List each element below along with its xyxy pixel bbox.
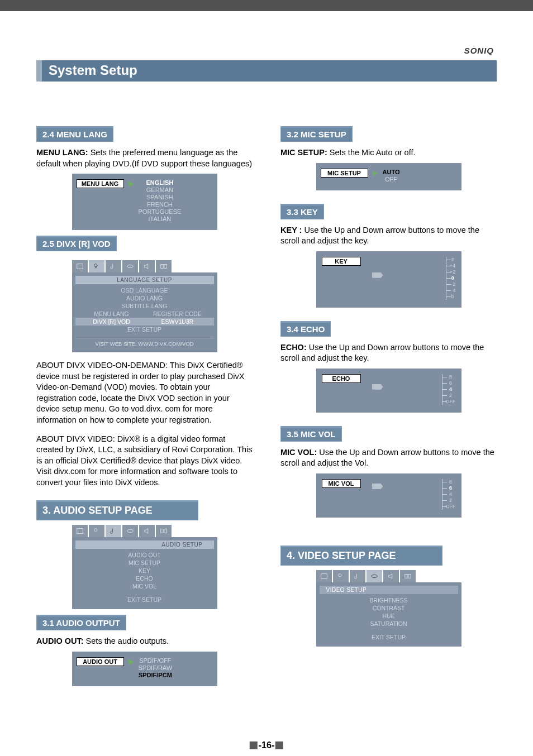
video-banner: VIDEO SETUP <box>320 586 458 594</box>
scale-v: 2 <box>446 497 456 504</box>
opt-auto: AUTO <box>383 169 400 175</box>
row-contrast: CONTRAST <box>323 605 455 611</box>
svg-rect-4 <box>164 265 166 269</box>
svg-rect-13 <box>404 574 407 578</box>
pointer-icon <box>372 272 383 278</box>
svg-rect-14 <box>408 574 410 578</box>
row-brightness: BRIGHTNESS <box>323 597 455 604</box>
tab-speaker-icon <box>139 260 155 272</box>
key-osd: KEY # +4 +2 0 - 2 - 4 b <box>316 251 461 308</box>
opt-portuguese: PORTUGUESE <box>139 208 182 215</box>
tab-icons <box>72 260 217 272</box>
svg-rect-5 <box>77 529 83 534</box>
pointer-icon <box>372 384 383 390</box>
scale-v: OFF <box>446 504 456 510</box>
svg-rect-0 <box>77 264 83 269</box>
pointer-icon <box>372 484 383 489</box>
micvol-lead: MIC VOL: <box>280 448 317 457</box>
arrow-right-icon: ▶ <box>129 179 134 188</box>
opt-off: OFF <box>383 176 400 183</box>
menu-lang-osd: MENU LANG ▶ ENGLISH GERMAN SPANISH FRENC… <box>72 174 217 230</box>
row-audio-lang: AUDIO LANG <box>79 295 211 302</box>
echo-label: ECHO <box>322 374 361 383</box>
section-3-4-head: 3.4 ECHO <box>280 321 331 337</box>
section-3-3-text: KEY : Use the Up and Down arrow buttons … <box>280 225 497 247</box>
opt-french: FRENCH <box>139 201 182 208</box>
tab-general-icon <box>72 525 88 537</box>
opt-spanish: SPANISH <box>139 194 182 200</box>
divx-footer: VISIT WEB SITE: WWW.DIVX.COM/VOD <box>75 338 214 347</box>
section-2-4-lead: MENU LANG: <box>36 148 88 157</box>
micvol-label: MIC VOL <box>322 479 361 488</box>
opt-german: GERMAN <box>139 186 182 193</box>
svg-point-6 <box>94 529 97 532</box>
svg-point-11 <box>338 574 341 577</box>
page-num-decor-left <box>250 741 258 749</box>
mic-setup-osd: MIC SETUP ▶ AUTO OFF <box>316 163 461 190</box>
divx-menu-box: LANGUAGE SETUP OSD LANGUAGE AUDIO LANG S… <box>72 272 217 352</box>
key-scale: # +4 +2 0 - 2 - 4 b <box>446 257 456 300</box>
mic-setup-options: AUTO OFF <box>383 169 400 183</box>
tab-video-icon <box>367 570 382 582</box>
svg-rect-8 <box>160 529 163 533</box>
menu-lang-options: ENGLISH GERMAN SPANISH FRENCH PORTUGUESE… <box>139 179 182 222</box>
tab-general-icon <box>72 260 88 272</box>
tab-general-icon <box>316 570 332 582</box>
tab-dolby-icon <box>156 525 172 537</box>
key-body: Use the Up and Down arrow buttons to mov… <box>280 226 479 246</box>
page-number-text: -16- <box>259 740 274 750</box>
svg-rect-10 <box>321 574 327 579</box>
audio-tab-icons <box>72 525 217 537</box>
tab-speaker-icon <box>139 525 155 537</box>
row-exit-setup-2: EXIT SETUP <box>79 596 211 603</box>
svg-point-1 <box>94 264 97 267</box>
opt-italian: ITALIAN <box>139 216 182 222</box>
key-label: KEY <box>322 257 361 266</box>
section-2-5-head: 2.5 DIVX [R] VOD <box>36 236 117 251</box>
section-3-1-text: AUDIO OUT: Sets the audio outputs. <box>36 636 253 647</box>
divx-video-para: ABOUT DIVX VIDEO: DivX® is a digital vid… <box>36 434 253 489</box>
right-column: 3.2 MIC SETUP MIC SETUP: Sets the Mic Au… <box>280 121 497 686</box>
key-lead: KEY : <box>280 226 302 235</box>
svg-point-12 <box>371 575 377 577</box>
row-divx-vod: DIVX [R] VOD <box>79 318 145 325</box>
tab-language-icon <box>333 570 349 582</box>
scale-v: 2 <box>446 393 456 399</box>
tab-audio-icon <box>106 260 121 272</box>
echo-lead: ECHO: <box>280 343 307 352</box>
row-osd-lang: OSD LANGUAGE <box>79 287 211 294</box>
tab-language-icon <box>89 525 104 537</box>
echo-osd: ECHO 8 6 4 2 OFF <box>316 369 461 413</box>
svg-rect-9 <box>164 529 166 533</box>
opt-spdif-pcm: SPDIF/PCM <box>139 672 173 678</box>
arrow-right-icon: ▶ <box>129 657 134 666</box>
scale-v-cur: 4 <box>446 386 456 393</box>
mic-setup-label: MIC SETUP <box>321 169 368 178</box>
section-3-head: 3. AUDIO SETUP PAGE <box>36 500 198 520</box>
row-code-value: ESWV1U3R <box>145 318 211 325</box>
tab-video-icon <box>122 525 138 537</box>
section-3-1-head: 3.1 AUDIO OUTPUT <box>36 615 126 630</box>
row-exit-setup: EXIT SETUP <box>79 326 211 333</box>
audio-out-options: SPDIF/OFF SPDIF/RAW SPDIF/PCM <box>139 657 173 678</box>
section-3-5-text: MIC VOL: Use the Up and Down arrow butto… <box>280 447 497 469</box>
left-column: 2.4 MENU LANG MENU LANG: Sets the prefer… <box>36 121 253 686</box>
opt-spdif-raw: SPDIF/RAW <box>139 664 173 671</box>
row-hue: HUE <box>323 613 455 619</box>
video-menu-box: VIDEO SETUP BRIGHTNESS CONTRAST HUE SATU… <box>316 582 461 647</box>
content-columns: 2.4 MENU LANG MENU LANG: Sets the prefer… <box>36 121 497 686</box>
page-number: -16- <box>250 740 283 750</box>
tab-audio-icon <box>106 525 121 537</box>
row-mic-vol: MIC VOL <box>79 583 211 590</box>
section-3-3-head: 3.3 KEY <box>280 204 324 219</box>
opt-spdif-off: SPDIF/OFF <box>139 657 173 664</box>
micvol-scale: 8 6 4 2 OFF <box>442 479 456 510</box>
row-exit-setup-3: EXIT SETUP <box>323 634 455 640</box>
audio-menu-box: AUDIO SETUP AUDIO OUT MIC SETUP KEY ECHO… <box>72 537 217 609</box>
mic-setup-body: Sets the Mic Auto or off. <box>327 148 416 157</box>
tab-language-icon <box>89 260 104 272</box>
mic-setup-lead: MIC SETUP: <box>280 148 327 157</box>
scale-v: 6 <box>446 380 456 386</box>
divx-banner: LANGUAGE SETUP <box>75 276 214 284</box>
row-audio-out: AUDIO OUT <box>79 552 211 558</box>
